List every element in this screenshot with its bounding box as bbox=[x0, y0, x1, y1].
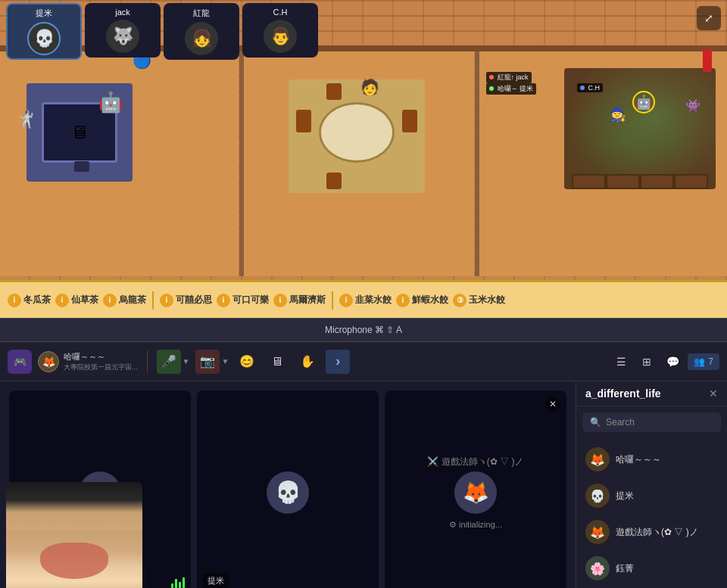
label-text-6: 馬爾濟斯 bbox=[289, 294, 326, 306]
label-divider-2 bbox=[332, 291, 333, 310]
sidebar-header: a_different_life ✕ bbox=[576, 381, 727, 406]
user-avatar: 🦊 bbox=[38, 351, 59, 372]
player-card-2[interactable]: 紅龍 👧 bbox=[164, 3, 239, 60]
game-viewport[interactable]: 提米 💀 jack 🐺 紅龍 👧 C.H 👨 🔵 🖥 bbox=[0, 0, 727, 318]
label-right-2: i 鮮蝦水餃 bbox=[396, 294, 448, 307]
participant-name-2: 遊戲法師ヽ(✿ ▽ )ノ bbox=[616, 526, 698, 539]
label-icon-9: ③ bbox=[453, 294, 466, 307]
user-text-block: 哈囉～～～ 大專院校第一屆元宇宙... bbox=[64, 351, 138, 372]
video-feed-1: 💀 提米 bbox=[197, 390, 379, 588]
sound-bar-1 bbox=[171, 583, 173, 588]
room-left[interactable]: 🖥 🤖 🤺 bbox=[0, 49, 239, 276]
room-center[interactable]: 🧑 bbox=[243, 49, 474, 276]
camera-button[interactable]: 📷 bbox=[195, 350, 220, 374]
sidebar-close-button[interactable]: ✕ bbox=[709, 387, 718, 400]
user-count-button[interactable]: 👥 7 bbox=[688, 353, 719, 370]
mic-control[interactable]: 🎤 ▼ bbox=[157, 350, 190, 374]
participant-name-3: 鈺菁 bbox=[616, 562, 634, 575]
video-name-1: 提米 bbox=[203, 574, 229, 588]
user-count: 7 bbox=[708, 356, 713, 367]
hand-raise-button[interactable]: ✋ bbox=[295, 350, 320, 374]
toolbar-divider-1 bbox=[147, 350, 148, 373]
label-text-7: 韭菜水餃 bbox=[355, 294, 392, 306]
room-divider-1 bbox=[239, 49, 244, 276]
label-left-2: i 仙草茶 bbox=[55, 294, 98, 307]
player-card-name-3: C.H bbox=[273, 8, 288, 17]
label-center-1: i 可囍必思 bbox=[160, 294, 212, 307]
screen-share-button[interactable]: 🖥 bbox=[265, 350, 289, 374]
bottom-toolbar: 🎮 🦊 哈囉～～～ 大專院校第一屆元宇宙... 🎤 ▼ 📷 ▼ 😊 🖥 ✋ › … bbox=[0, 342, 727, 381]
camera-control[interactable]: 📷 ▼ bbox=[195, 350, 229, 374]
video-feeds-area: 🦊 哈囉～～～ 💀 提米 ⚔️ 遊戲法師ヽ(✿ ▽ )ノ 🦊 ⚙ initial… bbox=[0, 381, 576, 588]
app-logo[interactable]: 🎮 bbox=[8, 350, 32, 374]
label-icon-5: i bbox=[217, 294, 230, 307]
label-right-1: i 韭菜水餃 bbox=[339, 294, 392, 307]
sound-bar-2 bbox=[175, 579, 177, 588]
user-subtitle: 大專院校第一屆元宇宙... bbox=[64, 362, 138, 372]
player-card-0[interactable]: 提米 💀 bbox=[6, 3, 82, 60]
participant-item-1[interactable]: 💀 提米 bbox=[576, 478, 727, 514]
player-card-1[interactable]: jack 🐺 bbox=[85, 3, 161, 58]
participant-avatar-1: 💀 bbox=[585, 484, 610, 508]
label-left-1: i 冬瓜茶 bbox=[8, 294, 51, 307]
label-icon-8: i bbox=[396, 294, 410, 307]
player-cards-bar: 提米 💀 jack 🐺 紅龍 👧 C.H 👨 bbox=[0, 0, 727, 63]
label-icon-6: i bbox=[273, 294, 287, 307]
grid-view-button[interactable]: ⊞ bbox=[636, 351, 657, 372]
participant-item-2[interactable]: 🦊 遊戲法師ヽ(✿ ▽ )ノ bbox=[576, 514, 727, 550]
label-text-2: 仙草茶 bbox=[71, 294, 98, 306]
label-center-3: i 馬爾濟斯 bbox=[273, 294, 326, 307]
label-icon-4: i bbox=[160, 294, 173, 307]
people-icon: 👥 bbox=[694, 356, 705, 367]
player-card-name-1: jack bbox=[115, 8, 130, 17]
camera-feed bbox=[6, 482, 142, 588]
fullscreen-button[interactable]: ⤢ bbox=[697, 6, 721, 30]
label-text-5: 可口可樂 bbox=[232, 294, 269, 306]
room-divider-2 bbox=[475, 49, 479, 276]
list-view-button[interactable]: ☰ bbox=[610, 351, 632, 372]
nametag-honglong-jack: 紅龍↑ jack bbox=[486, 72, 532, 83]
label-icon-7: i bbox=[339, 294, 353, 307]
sidebar-panel: a_different_life ✕ 🔍 🦊 哈囉～～～ 💀 提米 🦊 遊戲法師… bbox=[576, 381, 727, 588]
user-info: 🦊 哈囉～～～ 大專院校第一屆元宇宙... bbox=[38, 351, 138, 372]
label-right-3: ③ 玉米水餃 bbox=[453, 294, 505, 307]
char-left-side: 🤺 bbox=[14, 110, 34, 129]
camera-dropdown-arrow[interactable]: ▼ bbox=[221, 357, 229, 366]
mic-dropdown-arrow[interactable]: ▼ bbox=[183, 357, 190, 366]
label-text-3: 烏龍茶 bbox=[119, 294, 146, 306]
sound-bars-0 bbox=[171, 577, 185, 588]
participant-item-3[interactable]: 🌸 鈺菁 bbox=[576, 550, 727, 586]
initializing-text: ⚙ initializing... bbox=[449, 520, 502, 530]
player-card-name-0: 提米 bbox=[36, 8, 52, 19]
participant-avatar-2: 🦊 bbox=[585, 520, 610, 544]
player-avatar-3: 👨 bbox=[264, 20, 297, 53]
mic-button[interactable]: 🎤 bbox=[157, 350, 181, 374]
player-avatar-0: 💀 bbox=[27, 22, 61, 55]
chat-button[interactable]: 💬 bbox=[662, 351, 683, 372]
emoji-button[interactable]: 😊 bbox=[235, 350, 259, 374]
round-table bbox=[319, 102, 395, 163]
participant-item-0[interactable]: 🦊 哈囉～～～ bbox=[576, 441, 727, 478]
player-card-3[interactable]: C.H 👨 bbox=[242, 3, 318, 58]
player-card-name-2: 紅龍 bbox=[193, 8, 210, 19]
video-close-2[interactable]: ✕ bbox=[545, 397, 560, 412]
expand-button[interactable]: › bbox=[326, 350, 350, 374]
participant-name-0: 哈囉～～～ bbox=[616, 453, 661, 466]
participant-list: 🦊 哈囉～～～ 💀 提米 🦊 遊戲法師ヽ(✿ ▽ )ノ 🌸 鈺菁 bbox=[576, 438, 727, 588]
sound-bar-4 bbox=[183, 577, 185, 588]
mic-bar-label: Microphone ⌘ ⇧ A bbox=[325, 325, 402, 335]
search-input[interactable] bbox=[606, 417, 719, 428]
room-right[interactable]: 🧙 🤖 👾 紅龍↑ jack 哈囉～ 提米 C.H bbox=[479, 49, 727, 276]
right-icons-group: ☰ ⊞ 💬 👥 7 bbox=[610, 351, 719, 372]
label-divider-1 bbox=[152, 291, 154, 310]
label-icon-3: i bbox=[103, 294, 117, 307]
participant-avatar-0: 🦊 bbox=[585, 447, 610, 471]
label-text-1: 冬瓜茶 bbox=[23, 294, 51, 306]
sidebar-title: a_different_life bbox=[585, 387, 661, 400]
chair-left bbox=[296, 110, 311, 132]
search-box[interactable]: 🔍 bbox=[582, 412, 721, 432]
player-avatar-2: 👧 bbox=[185, 22, 218, 55]
sound-bar-3 bbox=[179, 582, 181, 588]
microphone-bar: Microphone ⌘ ⇧ A bbox=[0, 318, 727, 342]
player-avatar-1: 🐺 bbox=[106, 20, 139, 53]
